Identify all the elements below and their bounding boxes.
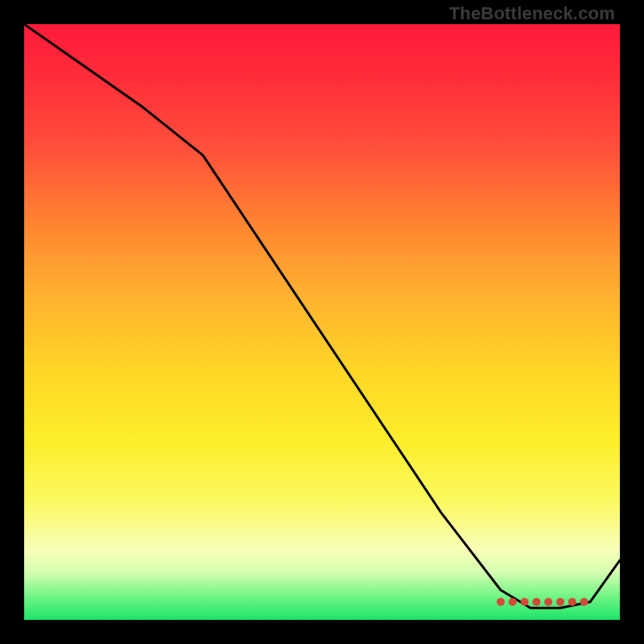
marker-dot	[544, 598, 552, 606]
marker-dot	[580, 598, 588, 606]
marker-dot	[497, 598, 505, 606]
line-series	[24, 24, 620, 608]
marker-dot	[556, 598, 564, 606]
marker-dot	[568, 598, 576, 606]
marker-cluster	[497, 598, 588, 606]
curve-path	[24, 24, 620, 608]
marker-dot	[532, 598, 540, 606]
marker-dot	[521, 598, 529, 606]
plot-area	[24, 24, 620, 620]
chart-overlay-svg	[24, 24, 620, 620]
marker-dot	[509, 598, 517, 606]
watermark-text: TheBottleneck.com	[449, 3, 615, 24]
chart-frame: TheBottleneck.com	[0, 0, 644, 644]
